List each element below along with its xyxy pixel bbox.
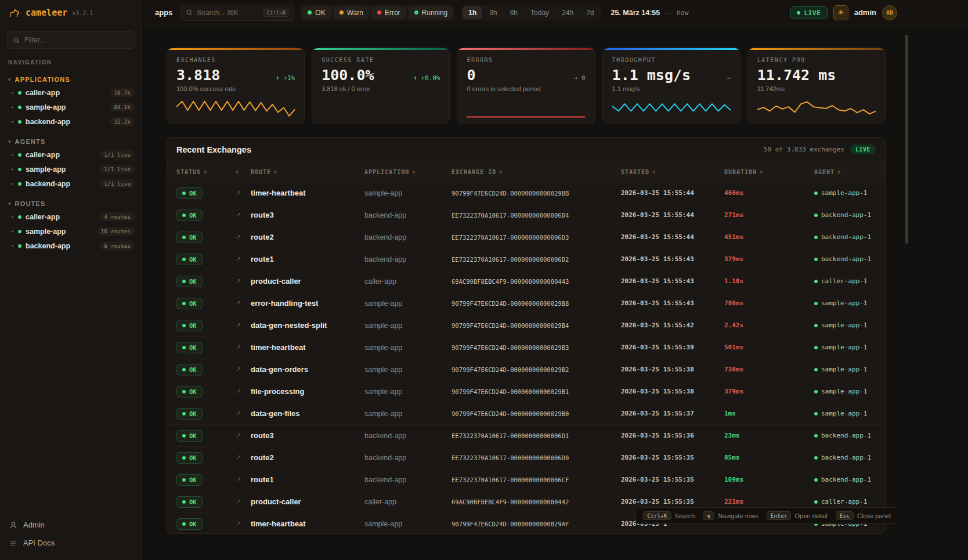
filter-error[interactable]: Error xyxy=(371,6,406,19)
sidebar-item-caller-app[interactable]: ▸caller-app4 routes xyxy=(0,209,142,224)
avatar[interactable]: AD xyxy=(882,5,897,20)
table-row[interactable]: OK↗error-handling-testsample-app90799F47… xyxy=(167,292,885,315)
route-cell: route3 xyxy=(251,211,364,219)
search-input[interactable] xyxy=(197,9,259,17)
table-row[interactable]: OK↗product-callercaller-app69AC90BF8EBC4… xyxy=(167,270,885,292)
sidebar-item-backend-app[interactable]: ▸backend-app6 routes xyxy=(0,239,142,253)
sidebar-item-sample-app[interactable]: ▸sample-app84.1k xyxy=(0,100,142,114)
open-exchange-icon[interactable]: ↗ xyxy=(236,189,251,197)
sidebar-item-backend-app[interactable]: ▸backend-app32.2k xyxy=(0,114,142,129)
sidebar-filter[interactable] xyxy=(7,31,135,49)
card-accent-bar xyxy=(748,48,885,50)
status-dot-icon xyxy=(18,153,21,157)
route-cell: product-caller xyxy=(251,497,364,506)
application-cell: backend-app xyxy=(364,255,452,263)
agent-cell: sample-app-1 xyxy=(814,366,876,373)
status-badge: OK xyxy=(176,496,203,508)
open-exchange-icon[interactable]: ↗ xyxy=(236,233,251,241)
table-row[interactable]: OK↗route3backend-appEE7322370A10617-0000… xyxy=(167,204,885,226)
column-header-exchange-id[interactable]: EXCHANGE ID⇅ xyxy=(452,169,621,175)
column-header-agent[interactable]: AGENT⇅ xyxy=(814,169,876,175)
global-search[interactable]: Ctrl+K xyxy=(180,5,294,21)
status-cell: OK xyxy=(176,187,236,199)
time-range-6h[interactable]: 6h xyxy=(504,6,523,19)
filter-ok[interactable]: OK xyxy=(302,6,331,19)
table-row[interactable]: OK↗route1backend-appEE7322370A10617-0000… xyxy=(167,469,885,491)
table-row[interactable]: OK↗route2backend-appEE7322370A10617-0000… xyxy=(167,447,885,469)
sidebar-item-sample-app[interactable]: ▸sample-app16 routes xyxy=(0,224,142,239)
route-cell: data-gen-files xyxy=(251,409,364,418)
user-icon xyxy=(9,521,17,529)
open-exchange-icon[interactable]: ↗ xyxy=(236,366,251,373)
agent-cell: sample-app-1 xyxy=(814,299,876,307)
exchange-id-cell: EE7322370A10617-00000000000006D3 xyxy=(452,234,621,241)
table-row[interactable]: OK↗file-processingsample-app90799F47E6CD… xyxy=(167,381,885,403)
open-exchange-icon[interactable]: ↗ xyxy=(236,432,251,439)
scrollbar-thumb[interactable] xyxy=(905,35,908,244)
column-header-started[interactable]: STARTED⇅ xyxy=(621,169,724,175)
live-toggle[interactable]: LIVE xyxy=(790,6,827,19)
status-dot-icon xyxy=(182,258,186,261)
footer-item-api-docs[interactable]: API Docs xyxy=(0,534,142,552)
open-exchange-icon[interactable]: ↗ xyxy=(236,410,251,417)
table-row[interactable]: OK↗timer-heartbeatsample-app90799F47E6CD… xyxy=(167,182,885,204)
stat-value-row: 3.818↑ +1% xyxy=(176,67,295,84)
open-exchange-icon[interactable]: ↗ xyxy=(236,277,251,285)
nav-group-header-applications[interactable]: ▾APPLICATIONS xyxy=(0,74,142,85)
table-row[interactable]: OK↗route2backend-appEE7322370A10617-0000… xyxy=(167,226,885,248)
table-row[interactable]: OK↗route3backend-appEE7322370A10617-0000… xyxy=(167,425,885,447)
exchange-id-cell: 90799F47E6CD24D-00000000000029B4 xyxy=(452,322,621,329)
time-range-24h[interactable]: 24h xyxy=(556,6,579,19)
application-cell: caller-app xyxy=(364,498,452,506)
table-row[interactable]: OK↗data-gen-nested-splitsample-app90799F… xyxy=(167,315,885,337)
open-exchange-icon[interactable]: ↗ xyxy=(236,520,251,528)
open-exchange-icon[interactable]: ↗ xyxy=(236,476,251,483)
filter-running[interactable]: Running xyxy=(409,6,454,19)
open-exchange-icon[interactable]: ↗ xyxy=(236,454,251,461)
footer-item-admin[interactable]: Admin xyxy=(0,516,142,534)
time-range-3h[interactable]: 3h xyxy=(483,6,503,19)
column-header-status[interactable]: STATUS⇅ xyxy=(176,169,236,175)
open-exchange-icon[interactable]: ↗ xyxy=(236,388,251,395)
sidebar-item-sample-app[interactable]: ▸sample-app1/1 live xyxy=(0,162,142,176)
exchange-id-cell: 90799F47E6CD24D-00000000000029BB xyxy=(452,190,621,197)
column-header-open[interactable]: ⇅ xyxy=(236,169,251,175)
stat-card-throughput: THROUGHPUT1.1 msg/s→1.1 msg/s xyxy=(602,48,741,124)
status-badge: OK xyxy=(176,232,203,243)
status-dot-icon xyxy=(182,368,186,371)
nav-group-title: AGENTS xyxy=(15,138,46,145)
status-dot-icon xyxy=(182,280,186,283)
sidebar-item-backend-app[interactable]: ▸backend-app1/1 live xyxy=(0,176,142,191)
time-range-group: 1h3h6hToday24h7d xyxy=(461,5,601,21)
open-exchange-icon[interactable]: ↗ xyxy=(236,344,251,351)
sidebar-item-caller-app[interactable]: ▸caller-app1/1 live xyxy=(0,147,142,162)
open-exchange-icon[interactable]: ↗ xyxy=(236,299,251,307)
table-row[interactable]: OK↗route1backend-appEE7322370A10617-0000… xyxy=(167,248,885,270)
time-range-7d[interactable]: 7d xyxy=(580,6,599,19)
exchange-id-cell: EE7322370A10617-00000000000006D4 xyxy=(452,212,621,219)
status-label: OK xyxy=(189,388,197,395)
open-exchange-icon[interactable]: ↗ xyxy=(236,255,251,263)
table-row[interactable]: OK↗data-gen-orderssample-app90799F47E6CD… xyxy=(167,359,885,381)
datetime-display[interactable]: 25. März 14:55 — now xyxy=(611,9,688,17)
table-row[interactable]: OK↗timer-heartbeatsample-app90799F47E6CD… xyxy=(167,337,885,359)
nav-item-badge: 32.2k xyxy=(110,117,135,126)
nav-group-header-agents[interactable]: ▾AGENTS xyxy=(0,136,142,147)
open-exchange-icon[interactable]: ↗ xyxy=(236,211,251,219)
time-range-today[interactable]: Today xyxy=(525,6,555,19)
status-dot-icon xyxy=(18,106,21,109)
sidebar-item-caller-app[interactable]: ▸caller-app10.7k xyxy=(0,85,142,100)
agent-label: sample-app-1 xyxy=(821,388,867,395)
open-exchange-icon[interactable]: ↗ xyxy=(236,498,251,505)
column-header-duration[interactable]: DURATION⇅ xyxy=(724,169,814,175)
table-row[interactable]: OK↗data-gen-filessample-app90799F47E6CD2… xyxy=(167,403,885,425)
filter-input[interactable] xyxy=(24,36,129,44)
time-range-1h[interactable]: 1h xyxy=(463,6,482,19)
filter-label: OK xyxy=(315,9,325,17)
column-header-route[interactable]: ROUTE⇅ xyxy=(251,169,364,175)
nav-group-header-routes[interactable]: ▾ROUTES xyxy=(0,198,142,209)
column-header-application[interactable]: APPLICATION⇅ xyxy=(364,169,452,175)
filter-warn[interactable]: Warn xyxy=(334,6,369,19)
open-exchange-icon[interactable]: ↗ xyxy=(236,321,251,329)
theme-toggle-button[interactable]: ☀ xyxy=(833,5,848,20)
